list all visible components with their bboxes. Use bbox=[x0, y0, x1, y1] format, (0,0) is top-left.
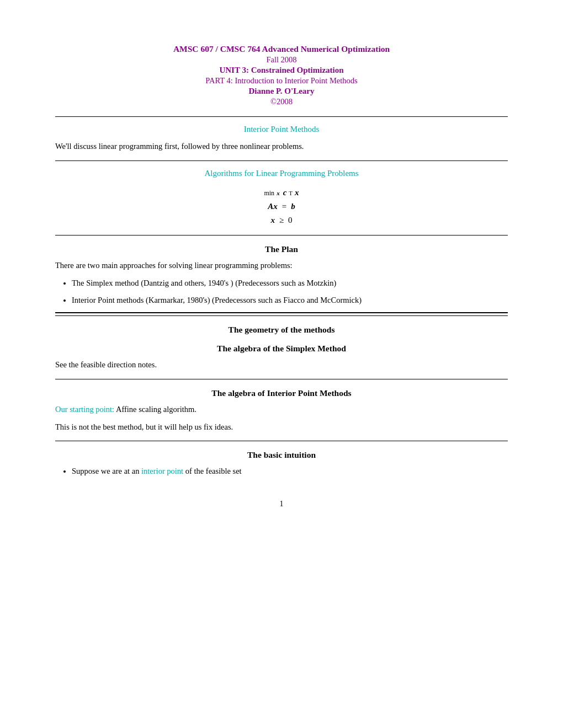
math-T: T bbox=[289, 190, 293, 196]
section7-bullet-text: Suppose we are at an bbox=[72, 467, 141, 475]
section6-text: Our starting point: Affine scaling algor… bbox=[55, 404, 508, 416]
math-line1: min x cTx bbox=[55, 188, 508, 197]
math-x1: x bbox=[295, 188, 299, 197]
math-min: min bbox=[264, 189, 274, 197]
math-line2: Ax = b bbox=[55, 202, 508, 211]
math-b: b bbox=[291, 202, 295, 211]
bullet-item-1: The Simplex method (Dantzig and others, … bbox=[72, 277, 508, 290]
header-line1: AMSC 607 / CMSC 764 Advanced Numerical O… bbox=[55, 44, 508, 54]
section7-title: The basic intuition bbox=[55, 450, 508, 460]
header-divider bbox=[55, 116, 508, 117]
double-divider-top bbox=[55, 312, 508, 313]
section5-body: See the feasible direction notes. bbox=[55, 359, 508, 371]
section6-label: Our starting point: bbox=[55, 405, 114, 414]
section3-body: There are two main approaches for solvin… bbox=[55, 260, 508, 272]
header-line4: PART 4: Introduction to Interior Point M… bbox=[55, 76, 508, 85]
section7-bullet-1: Suppose we are at an interior point of t… bbox=[72, 465, 508, 478]
section6-body2: This is not the best method, but it will… bbox=[55, 421, 508, 433]
math-Ax: Ax bbox=[268, 202, 278, 211]
page-number: 1 bbox=[55, 500, 508, 508]
section4-title: The geometry of the methods bbox=[55, 325, 508, 335]
bullet-2-text: Interior Point methods (Karmarkar, 1980'… bbox=[72, 296, 362, 304]
math-line3: x ≥ 0 bbox=[55, 216, 508, 225]
math-zero: 0 bbox=[288, 216, 293, 225]
header-line5: Dianne P. O'Leary bbox=[55, 87, 508, 96]
double-divider-bottom bbox=[55, 315, 508, 316]
section6-title: The algebra of Interior Point Methods bbox=[55, 388, 508, 398]
divider-2 bbox=[55, 160, 508, 161]
header-line2: Fall 2008 bbox=[55, 55, 508, 65]
section7-bullets: Suppose we are at an interior point of t… bbox=[72, 465, 508, 478]
divider-5 bbox=[55, 441, 508, 441]
math-eq: = bbox=[282, 202, 286, 211]
math-x2: x bbox=[270, 216, 275, 225]
bullet-item-2: Interior Point methods (Karmarkar, 1980'… bbox=[72, 295, 508, 307]
header: AMSC 607 / CMSC 764 Advanced Numerical O… bbox=[55, 44, 508, 106]
divider-4 bbox=[55, 379, 508, 379]
math-block: min x cTx Ax = b x ≥ 0 bbox=[55, 188, 508, 225]
section1-title: Interior Point Methods bbox=[55, 125, 508, 134]
header-line6: ©2008 bbox=[55, 97, 508, 106]
section2-title: Algorithms for Linear Programming Proble… bbox=[55, 169, 508, 178]
section6-rest: Affine scaling algorithm. bbox=[114, 405, 196, 414]
page: AMSC 607 / CMSC 764 Advanced Numerical O… bbox=[0, 0, 563, 728]
bullet-1-text: The Simplex method (Dantzig and others, … bbox=[72, 279, 336, 287]
math-geq: ≥ bbox=[279, 216, 284, 225]
math-min-sub: x bbox=[277, 190, 280, 196]
math-c: c bbox=[283, 188, 287, 197]
section1-body: We'll discuss linear programming first, … bbox=[55, 141, 508, 153]
header-line3: UNIT 3: Constrained Optimization bbox=[55, 66, 508, 75]
section3-title: The Plan bbox=[55, 244, 508, 254]
bullet-list: The Simplex method (Dantzig and others, … bbox=[72, 277, 508, 307]
divider-3 bbox=[55, 235, 508, 235]
section7-interior-point: interior point bbox=[141, 467, 183, 475]
section5-title: The algebra of the Simplex Method bbox=[55, 344, 508, 354]
section7-bullet-rest: of the feasible set bbox=[183, 467, 242, 475]
